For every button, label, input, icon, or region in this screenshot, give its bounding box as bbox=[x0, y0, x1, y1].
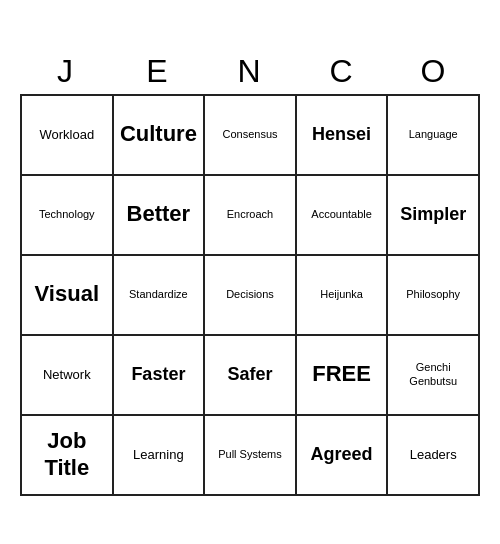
cell-r0-c1: Culture bbox=[113, 95, 205, 175]
cell-r3-c2: Safer bbox=[204, 335, 296, 415]
cell-r2-c1: Standardize bbox=[113, 255, 205, 335]
cell-r3-c0: Network bbox=[21, 335, 113, 415]
bingo-header: JENCO bbox=[20, 49, 480, 94]
cell-r2-c2: Decisions bbox=[204, 255, 296, 335]
cell-r0-c4: Language bbox=[387, 95, 479, 175]
cell-r3-c4: Genchi Genbutsu bbox=[387, 335, 479, 415]
header-letter-J: J bbox=[20, 49, 112, 94]
cell-r3-c1: Faster bbox=[113, 335, 205, 415]
header-letter-C: C bbox=[296, 49, 388, 94]
cell-r1-c4: Simpler bbox=[387, 175, 479, 255]
cell-r4-c2: Pull Systems bbox=[204, 415, 296, 495]
cell-r2-c4: Philosophy bbox=[387, 255, 479, 335]
cell-r0-c3: Hensei bbox=[296, 95, 388, 175]
cell-r1-c2: Encroach bbox=[204, 175, 296, 255]
bingo-grid: WorkloadCultureConsensusHenseiLanguageTe… bbox=[20, 94, 480, 496]
header-letter-N: N bbox=[204, 49, 296, 94]
bingo-card: JENCO WorkloadCultureConsensusHenseiLang… bbox=[20, 49, 480, 496]
cell-r1-c1: Better bbox=[113, 175, 205, 255]
cell-r4-c0: Job Title bbox=[21, 415, 113, 495]
header-letter-E: E bbox=[112, 49, 204, 94]
cell-r2-c0: Visual bbox=[21, 255, 113, 335]
cell-r1-c3: Accountable bbox=[296, 175, 388, 255]
cell-r4-c1: Learning bbox=[113, 415, 205, 495]
cell-r1-c0: Technology bbox=[21, 175, 113, 255]
cell-r2-c3: Heijunka bbox=[296, 255, 388, 335]
cell-r4-c3: Agreed bbox=[296, 415, 388, 495]
cell-r3-c3: FREE bbox=[296, 335, 388, 415]
cell-r0-c2: Consensus bbox=[204, 95, 296, 175]
cell-r0-c0: Workload bbox=[21, 95, 113, 175]
cell-r4-c4: Leaders bbox=[387, 415, 479, 495]
header-letter-O: O bbox=[388, 49, 480, 94]
